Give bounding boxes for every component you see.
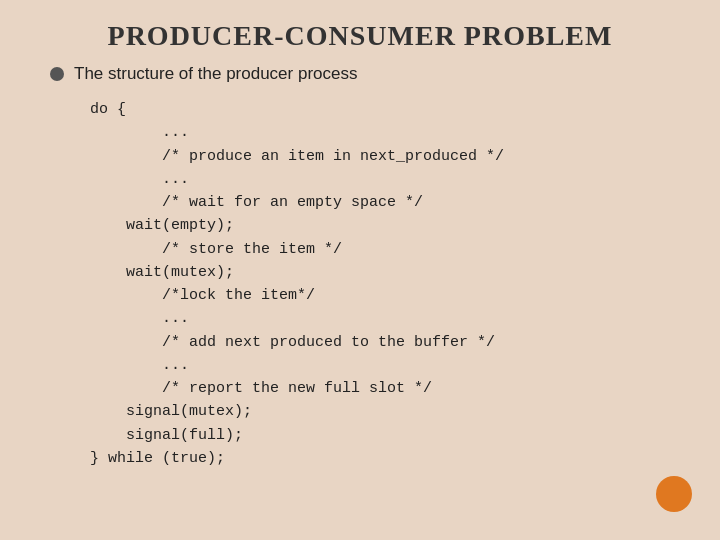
code-line-12: ...: [90, 354, 690, 377]
code-line-3: /* produce an item in next_produced */: [90, 145, 690, 168]
bullet-icon: [50, 67, 64, 81]
code-line-11: /* add next produced to the buffer */: [90, 331, 690, 354]
title-area: Producer-Consumer Problem: [30, 20, 690, 52]
code-line-14: signal(mutex);: [90, 400, 690, 423]
code-line-6: wait(empty);: [90, 214, 690, 237]
code-block: do { ... /* produce an item in next_prod…: [30, 98, 690, 470]
subtitle-line: The structure of the producer process: [30, 64, 690, 84]
subtitle-text: The structure of the producer process: [74, 64, 357, 84]
orange-dot-decoration: [656, 476, 692, 512]
code-line-7: /* store the item */: [90, 238, 690, 261]
slide-title: Producer-Consumer Problem: [30, 20, 690, 52]
code-line-8: wait(mutex);: [90, 261, 690, 284]
code-line-10: ...: [90, 307, 690, 330]
code-line-4: ...: [90, 168, 690, 191]
code-line-1: do {: [90, 98, 690, 121]
slide-container: Producer-Consumer Problem The structure …: [0, 0, 720, 540]
code-line-13: /* report the new full slot */: [90, 377, 690, 400]
code-line-16: } while (true);: [90, 447, 690, 470]
code-line-9: /*lock the item*/: [90, 284, 690, 307]
code-line-5: /* wait for an empty space */: [90, 191, 690, 214]
code-line-2: ...: [90, 121, 690, 144]
code-line-15: signal(full);: [90, 424, 690, 447]
